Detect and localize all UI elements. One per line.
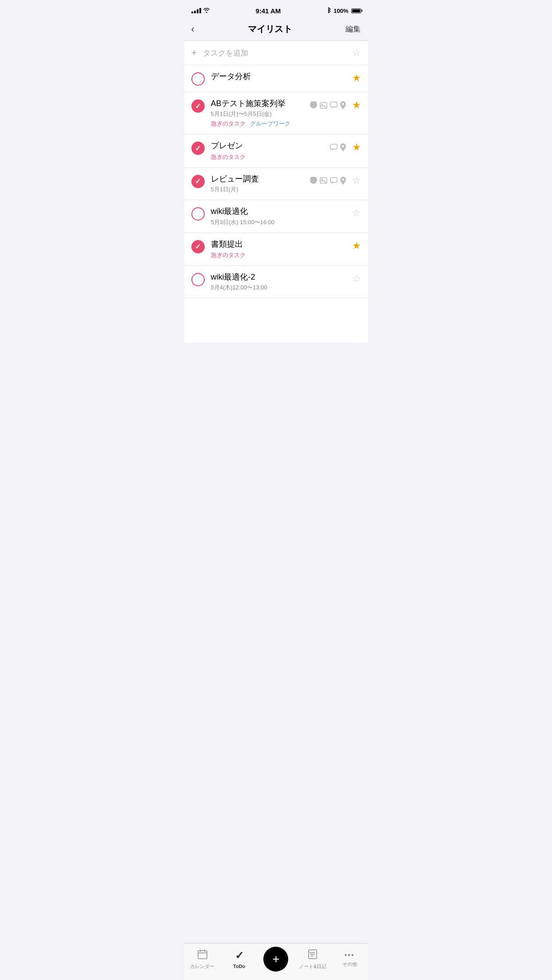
- task-right: ☆: [310, 175, 361, 186]
- task-tags: 急ぎのタスク: [211, 251, 352, 259]
- task-title: ABテスト施策案列挙: [211, 99, 310, 109]
- star-filled-icon[interactable]: ★: [352, 142, 361, 153]
- task-title: プレゼン: [211, 141, 330, 151]
- status-left: [191, 7, 210, 14]
- task-info: レビュー調査 5月1日(月): [211, 174, 310, 194]
- task-checkbox[interactable]: [191, 99, 205, 113]
- signal-icon: [191, 8, 201, 13]
- status-time: 9:41 AM: [255, 7, 281, 15]
- task-date: 5月1日(月)〜5月5日(金): [211, 110, 310, 118]
- task-info: ABテスト施策案列挙 5月1日(月)〜5月5日(金) 急ぎのタスク グループワー…: [211, 99, 310, 128]
- task-date: 5月4(木)12:00〜13:00: [211, 284, 352, 292]
- task-title: wiki最適化: [211, 206, 352, 217]
- task-row: 書類提出 急ぎのタスク ★: [184, 233, 368, 266]
- svg-rect-4: [330, 144, 337, 149]
- task-checkbox[interactable]: [191, 142, 205, 155]
- svg-point-9: [342, 178, 344, 181]
- edit-button[interactable]: 編集: [345, 24, 361, 34]
- task-row: プレゼン 急ぎのタスク ★: [184, 134, 368, 167]
- task-right: ★: [310, 99, 361, 111]
- task-title: wiki最適化-2: [211, 272, 352, 282]
- star-filled-icon[interactable]: ★: [352, 240, 361, 252]
- task-row: データ分析 ★: [184, 65, 368, 92]
- task-info: 書類提出 急ぎのタスク: [211, 239, 352, 259]
- task-checkbox[interactable]: [191, 273, 205, 286]
- alarm-icon: [310, 101, 317, 111]
- svg-point-7: [322, 179, 323, 180]
- page-title: マイリスト: [248, 23, 292, 35]
- tag-urgent: 急ぎのタスク: [211, 251, 246, 259]
- task-info: wiki最適化 5月3日(水) 15:00〜16:00: [211, 206, 352, 226]
- add-task-row[interactable]: + タスクを追加 ☆: [184, 41, 368, 65]
- task-tags: 急ぎのタスク グループワーク: [211, 120, 310, 128]
- task-title: データ分析: [211, 71, 352, 82]
- svg-point-3: [342, 103, 344, 105]
- back-button[interactable]: ‹: [191, 24, 195, 35]
- task-list: + タスクを追加 ☆ データ分析 ★ ABテスト施策案列挙 5月1日(月)〜5月…: [184, 41, 368, 343]
- status-right: 100%: [326, 7, 361, 15]
- task-title: レビュー調査: [211, 174, 310, 184]
- star-filled-icon[interactable]: ★: [352, 72, 361, 84]
- task-right: ★: [352, 72, 361, 84]
- location-icon: [340, 143, 346, 153]
- image-icon: [320, 102, 327, 111]
- location-icon: [340, 101, 346, 111]
- tag-urgent: 急ぎのタスク: [211, 153, 246, 161]
- task-row: wiki最適化-2 5月4(木)12:00〜13:00 ☆: [184, 266, 368, 298]
- task-checkbox[interactable]: [191, 240, 205, 253]
- add-task-placeholder: タスクを追加: [203, 48, 352, 58]
- task-checkbox[interactable]: [191, 72, 205, 86]
- nav-bar: ‹ マイリスト 編集: [184, 20, 368, 41]
- task-row: レビュー調査 5月1日(月): [184, 168, 368, 200]
- task-icons: [310, 101, 346, 111]
- bluetooth-icon: [326, 7, 331, 15]
- star-empty-icon[interactable]: ☆: [352, 175, 361, 186]
- task-icons: [330, 143, 346, 153]
- task-date: 5月1日(月): [211, 186, 310, 194]
- task-checkbox[interactable]: [191, 207, 205, 221]
- add-plus-icon: +: [191, 47, 197, 59]
- task-icons: [310, 177, 346, 186]
- image-icon: [320, 177, 327, 186]
- task-right: ★: [330, 142, 361, 153]
- tag-group: グループワーク: [250, 120, 290, 128]
- svg-rect-2: [330, 102, 337, 107]
- add-task-star-icon: ☆: [352, 47, 361, 59]
- battery-percent: 100%: [334, 8, 348, 14]
- task-info: wiki最適化-2 5月4(木)12:00〜13:00: [211, 272, 352, 292]
- battery-icon: [351, 8, 361, 13]
- task-checkbox[interactable]: [191, 175, 205, 188]
- task-row: ABテスト施策案列挙 5月1日(月)〜5月5日(金) 急ぎのタスク グループワー…: [184, 92, 368, 134]
- svg-rect-8: [330, 178, 337, 182]
- comment-icon: [330, 177, 338, 186]
- alarm-icon: [310, 177, 317, 186]
- task-right: ★: [352, 240, 361, 252]
- tag-urgent: 急ぎのタスク: [211, 120, 246, 128]
- location-icon: [340, 177, 346, 186]
- comment-icon: [330, 144, 338, 153]
- task-date: 5月3日(水) 15:00〜16:00: [211, 218, 352, 226]
- svg-point-1: [322, 103, 323, 105]
- task-right: ☆: [352, 207, 361, 219]
- task-title: 書類提出: [211, 239, 352, 249]
- svg-point-5: [342, 145, 344, 147]
- status-bar: 9:41 AM 100%: [184, 0, 368, 20]
- star-filled-icon[interactable]: ★: [352, 99, 361, 111]
- task-tags: 急ぎのタスク: [211, 153, 330, 161]
- task-right: ☆: [352, 273, 361, 285]
- task-info: データ分析: [211, 71, 352, 82]
- star-empty-icon[interactable]: ☆: [352, 207, 361, 219]
- wifi-icon: [203, 7, 210, 14]
- comment-icon: [330, 102, 338, 111]
- task-row: wiki最適化 5月3日(水) 15:00〜16:00 ☆: [184, 200, 368, 233]
- task-info: プレゼン 急ぎのタスク: [211, 141, 330, 161]
- star-empty-icon[interactable]: ☆: [352, 273, 361, 285]
